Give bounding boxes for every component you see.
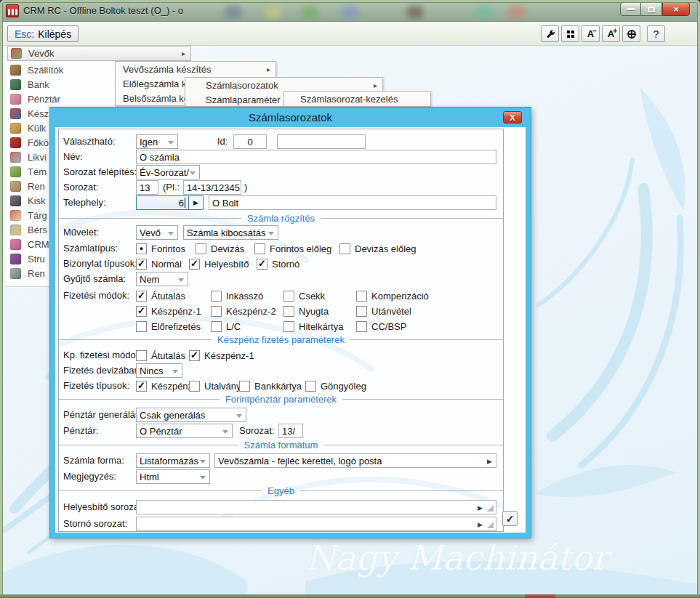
radio-devizas[interactable]: Devizás [196,241,244,256]
lookup-arrow-icon: ▶ [193,199,198,206]
sorozat-felepites-dropdown[interactable]: Év-Sorozat/ [136,165,200,179]
minimize-button[interactable] [620,2,641,16]
exit-button[interactable]: Esc: Kilépés [7,25,79,42]
checkbox-box: ✓ [189,259,200,270]
submenu-arrow-icon: ▸ [182,49,185,57]
checkbox-ft-gongyoleg[interactable]: Göngyöleg [305,379,366,393]
checkbox-box [211,306,222,317]
id-field[interactable]: 0 [233,134,267,149]
menu-item-vevoszamla-keszites[interactable]: Vevőszámla készítés ▸ [116,62,275,76]
menu-item-szamlasorozatok[interactable]: Számlasorozatok ▸ [185,78,382,92]
gyujto-dropdown[interactable]: Nem [136,272,188,286]
row-szamla-forma: Számla forma: Listaformázás Vevőszámla -… [59,453,503,468]
nev-field[interactable]: O számla [136,150,496,164]
window-close-button[interactable]: × [662,2,690,16]
help-icon: ? [653,28,659,40]
checkbox-kp-keszpenz1[interactable]: ✓Készpénz-1 [189,348,254,363]
foreign-trade-icon [10,123,21,134]
helyesbito-sorozat-field[interactable]: ▶ [136,500,496,514]
dialog-body: Választható: Igen Id: 0 Név: O számla So… [55,127,526,533]
sorozat-example-field[interactable]: 14-13/12345 [183,180,241,195]
app-window: Nagy Machinátor CRM RC - Offline Boltok … [0,0,700,598]
row-telephely: Telephely: 6 ▶ O Bolt [59,195,503,210]
penztar-sorozat-field[interactable]: 13/ [278,424,303,438]
checkbox-box [356,306,367,317]
checkbox-box: ✓ [257,259,267,270]
row-fizetesi-modok-3: Előrefizetés L/C Hitelkártya CC/BSP [59,319,503,334]
telephely-lookup-button[interactable]: ▶ [189,195,204,210]
szamlasorozat-kezeles-submenu: Számlasorozat-kezelés [283,91,431,107]
main-toolbar: Esc: Kilépés A − A + ? [0,22,700,46]
sidebar-item-penztar[interactable]: Pénztár [6,92,117,106]
telephely-name-field[interactable]: O Bolt [209,195,496,210]
example-suffix-label: ) [244,182,247,193]
penztar-generalas-dropdown[interactable]: Csak generálás [136,408,246,422]
checkbox-atutalas[interactable]: ✓Átutalás [136,288,185,303]
radio-forintos[interactable]: ●Forintos [136,241,185,256]
szamla-forma-dropdown[interactable]: Listaformázás [136,453,210,468]
maximize-button[interactable] [641,2,662,16]
radio-forintos-eloleg[interactable]: Forintos előleg [254,241,331,256]
checkbox-helyesbito[interactable]: ✓Helyesbítő [189,256,249,271]
retail-icon [10,195,21,206]
checkbox-box [305,381,316,392]
dialog-ok-button[interactable]: ✓ [502,511,518,526]
font-larger-button[interactable]: A + [602,25,620,42]
telephely-field[interactable]: 6 [136,195,189,210]
megjegyzes-dropdown[interactable]: Html [136,469,210,484]
checkbox-box [136,350,147,361]
customers-icon [11,48,22,59]
checkbox-kompenzacio[interactable]: Kompenzáció [356,288,429,303]
checkbox-ft-keszpenz[interactable]: ✓Készpénz [136,379,193,393]
checkbox-inkasszo[interactable]: Inkasszó [211,288,263,303]
picker-arrow-icon: ▶ [487,458,492,465]
navigate-button[interactable] [622,25,640,42]
checkbox-keszpenz2[interactable]: Készpénz-2 [211,304,276,318]
checkbox-box: ✓ [136,381,147,392]
settings-button[interactable] [541,25,559,42]
topic-icon [10,166,21,177]
deviza-dropdown[interactable]: Nincs [136,363,182,378]
valaszthato-dropdown[interactable]: Igen [136,134,178,149]
checkbox-utanvetel[interactable]: Utánvétel [356,304,411,318]
checkbox-csekk[interactable]: Csekk [283,288,325,303]
font-smaller-button[interactable]: A − [582,25,600,42]
suppliers-icon [10,65,21,76]
menu-item-szamlasorozat-kezeles[interactable]: Számlasorozat-kezelés [284,92,430,106]
checkbox-normal[interactable]: ✓Normál [136,256,182,271]
row-muvelet: Művelet: Vevő Számla kibocsátás [59,225,503,240]
resize-grip-icon [487,505,494,512]
szamlasorozatok-dialog: Számlasorozatok X Választható: Igen Id: … [49,107,531,538]
checkbox-ft-utalvany[interactable]: Utalvány [189,379,241,393]
glass-blur-blob [407,6,423,19]
sidebar-item-bank[interactable]: Bank [6,77,117,92]
checkbox-hitelkartya[interactable]: Hitelkártya [283,319,343,334]
checkbox-storno[interactable]: ✓Stornó [257,256,299,271]
glass-blur-blob [225,6,241,19]
checkbox-ft-bankkartya[interactable]: Bankkártya [239,379,302,393]
muvelet-dropdown[interactable]: Vevő [136,225,178,240]
dialog-close-button[interactable]: X [503,111,522,124]
section-egyeb: Egyéb [59,485,503,496]
storno-sorozat-field[interactable]: ▶ [136,517,496,531]
checkbox-elorefizetes[interactable]: Előrefizetés [136,319,201,334]
checkbox-lc[interactable]: L/C [211,319,241,334]
layout-button[interactable] [561,25,579,42]
checkbox-kp-atutalas[interactable]: Átutalás [136,348,185,363]
penztar-dropdown[interactable]: O Pénztár [136,424,233,438]
checkbox-keszpenz1[interactable]: ✓Készpénz-1 [136,304,201,318]
checkbox-nyugta[interactable]: Nyugta [283,304,329,318]
checkbox-ccbsp[interactable]: CC/BSP [356,319,406,334]
section-szamla-rogzites: Számla rögzítés [59,212,503,224]
muvelet-tipus-dropdown[interactable]: Számla kibocsátás [183,225,278,240]
radio-devizas-eloleg[interactable]: Devizás előleg [339,241,417,256]
help-button[interactable]: ? [647,25,665,42]
id-extra-field[interactable] [277,134,366,149]
system-icon [10,268,21,279]
szamla-format-picker[interactable]: Vevőszámla - fejléc kerettel, logó posta… [214,453,496,468]
lookup-arrow-icon: ▶ [478,521,483,528]
row-megjegyzes: Megjegyzés: Html [59,469,503,484]
sidebar-item-szallitok[interactable]: Szállítók [6,62,117,77]
sidebar-item-vevok[interactable]: Vevők ▸ [7,46,191,61]
sorozat-field[interactable]: 13 [136,180,158,195]
